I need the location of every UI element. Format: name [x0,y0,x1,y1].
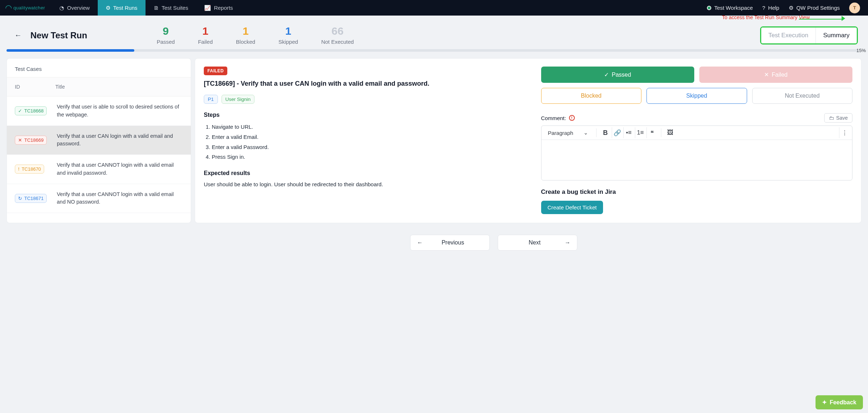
nav-reports[interactable]: 📈 Reports [196,0,241,16]
status-buttons-row1: ✓ Passed ✕ Failed [541,67,852,83]
mark-skipped-button[interactable]: Skipped [646,88,747,104]
tc-title: Verify that a user CANNOT login with a v… [57,161,183,177]
comment-row: Comment: ! 🗀 Save [541,113,852,123]
arrow-left-icon: ← [417,239,423,246]
brand-name: qualitywatcher [13,5,45,10]
pie-icon: ◔ [59,5,64,11]
annotation-text: To access the Test Run Summary View [722,14,810,20]
numbered-list-icon[interactable]: 1≡ [635,127,646,138]
table-row[interactable]: ! TC18670 Verify that a user CANNOT logi… [7,155,191,184]
brand-logo[interactable]: ◠ qualitywatcher [0,0,51,16]
stat-notexec-label: Not Executed [321,39,354,45]
gear-icon: ⚙ [789,5,793,11]
skip-icon: ↻ [18,196,22,201]
stat-passed-label: Passed [157,39,175,45]
tc-title: Verify that a user CANNOT login with a v… [57,191,183,206]
chart-icon: 📈 [204,5,211,11]
stats-strip: 9 Passed 1 Failed 1 Blocked 1 Skipped 66… [157,26,354,45]
top-nav: ◠ qualitywatcher ◔ Overview ⚙ Test Runs … [0,0,868,16]
alert-icon: ! [18,166,20,172]
next-label: Next [529,239,541,246]
bold-icon[interactable]: B [600,127,611,138]
next-button[interactable]: Next → [498,235,577,251]
user-avatar[interactable]: T [849,3,860,13]
status-chip: FAILED [204,67,227,75]
mark-failed-label: Failed [772,72,788,78]
x-icon: ✕ [764,71,769,78]
step-item: Enter a valid Email. [212,132,531,142]
arrow-right-icon: → [565,239,570,246]
nav-overview[interactable]: ◔ Overview [51,0,98,16]
nav-testsuites-label: Test Suites [162,5,188,11]
tc-id: TC18670 [22,166,41,172]
expected-text: User should be able to login. User shoul… [204,180,531,189]
mark-blocked-button[interactable]: Blocked [541,88,642,104]
step-item: Press Sign in. [212,152,531,162]
primary-nav: ◔ Overview ⚙ Test Runs 🗎 Test Suites 📈 R… [51,0,241,16]
toolbar-sep [661,128,661,137]
chevron-down-icon: ⌄ [583,129,588,136]
bullet-list-icon[interactable]: •≡ [623,127,634,138]
testcase-title: [TC18669] - Verify that a user CAN login… [204,79,531,88]
stat-notexec-value: 66 [321,26,354,37]
workspace-selector[interactable]: Test Workspace [707,5,753,11]
table-row[interactable]: ↻ TC18671 Verify that a user CANNOT logi… [7,184,191,213]
status-badge-skipped: ↻ TC18671 [15,194,47,203]
testcase-list-header: Test Cases [7,59,191,77]
status-badge-passed: ✓ TC18668 [15,106,47,115]
jira-heading: Create a bug ticket in Jira [541,188,852,196]
image-icon[interactable]: 🖼 [665,127,676,138]
mark-failed-button[interactable]: ✕ Failed [699,67,852,83]
nav-testsuites[interactable]: 🗎 Test Suites [146,0,196,16]
create-defect-button[interactable]: Create Defect Ticket [541,201,603,214]
stat-failed: 1 Failed [198,26,213,45]
mark-passed-button[interactable]: ✓ Passed [541,67,694,83]
stat-skipped-value: 1 [278,26,298,37]
stat-blocked-value: 1 [236,26,255,37]
nav-overview-label: Overview [67,5,90,11]
help-link[interactable]: ? Help [762,5,779,11]
link-icon[interactable]: 🔗 [612,127,623,138]
detail-left: FAILED [TC18669] - Verify that a user CA… [204,67,531,214]
help-icon: ? [762,5,765,11]
comment-editor: Paragraph ⌄ B 🔗 •≡ 1≡ ❝ 🖼 ⋮ [541,125,852,180]
stat-skipped-label: Skipped [278,39,298,45]
pager-row: ← Previous Next → [119,229,868,254]
save-icon: 🗀 [829,115,834,121]
steps-heading: Steps [204,112,531,118]
view-summary-button[interactable]: Summary [816,27,857,43]
save-button[interactable]: 🗀 Save [824,113,852,123]
tc-title: Verify that user is able to scroll to de… [57,103,183,119]
back-arrow-icon[interactable]: ← [14,31,22,39]
table-row[interactable]: ✕ TC18669 Verify that a user CAN login w… [7,126,191,155]
settings-link[interactable]: ⚙ QW Prod Settings [789,5,840,11]
stat-notexec: 66 Not Executed [321,26,354,45]
testcase-detail-card: FAILED [TC18669] - Verify that a user CA… [195,58,861,223]
table-row[interactable]: ✓ TC18668 Verify that user is able to sc… [7,97,191,126]
tc-id: TC18671 [24,196,43,201]
progress-percent: 15% [856,48,866,53]
quote-icon[interactable]: ❝ [646,127,657,138]
more-icon[interactable]: ⋮ [839,127,850,138]
format-select-label: Paragraph [548,130,573,136]
tc-title: Verify that a user CAN login with a vali… [57,132,183,148]
clipboard-icon: 🗎 [153,5,159,11]
format-select[interactable]: Paragraph ⌄ [544,127,593,138]
comment-textarea[interactable] [542,140,852,179]
progress-fill [7,49,134,52]
header-row: ← New Test Run 9 Passed 1 Failed 1 Block… [0,16,868,49]
mark-notexecuted-button[interactable]: Not Executed [752,88,853,104]
save-label: Save [836,115,848,121]
mark-passed-label: Passed [612,72,631,78]
module-tag: User Signin [222,95,255,104]
progress-wrap: 15% [0,49,868,55]
stat-passed-value: 9 [157,26,175,37]
page-title: New Test Run [30,30,87,41]
avatar-initial: T [853,5,856,10]
previous-button[interactable]: ← Previous [410,235,490,251]
view-test-execution-button[interactable]: Test Execution [761,27,816,43]
nav-reports-label: Reports [214,5,233,11]
help-label: Help [768,5,779,11]
editor-toolbar: Paragraph ⌄ B 🔗 •≡ 1≡ ❝ 🖼 ⋮ [542,126,852,140]
nav-testruns[interactable]: ⚙ Test Runs [98,0,146,16]
